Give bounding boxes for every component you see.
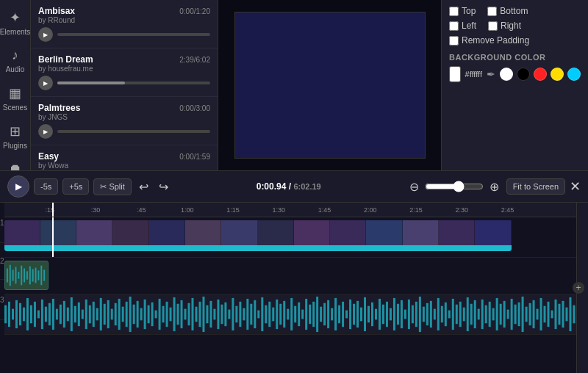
audio-track-1-progress[interactable] [57, 33, 210, 36]
crop-bottom-checkbox[interactable] [487, 7, 497, 16]
svg-rect-119 [390, 308, 392, 321]
add-track-button[interactable]: + [573, 282, 584, 294]
sidebar-item-elements[interactable]: ✦ Elements [0, 4, 30, 42]
audio-track-3[interactable]: Palmtrees 0:00/3:00 by JNGS ▶ [31, 97, 218, 145]
svg-rect-64 [187, 303, 190, 325]
preview-area [218, 0, 441, 170]
close-timeline-button[interactable]: ✕ [570, 178, 581, 195]
svg-rect-160 [539, 298, 542, 330]
audio-track-3-title: Palmtrees [38, 103, 80, 113]
audio-track-3-play[interactable]: ▶ [38, 124, 53, 139]
color-swatch[interactable] [449, 66, 461, 82]
preview-canvas [234, 12, 426, 159]
sidebar-item-audio[interactable]: ♪ Audio [0, 42, 30, 79]
svg-rect-58 [165, 302, 168, 327]
audio-track-4-title: Easy [38, 151, 59, 162]
svg-rect-52 [143, 300, 146, 329]
svg-rect-146 [488, 302, 490, 327]
color-hex-value: #ffffff [465, 70, 482, 79]
svg-rect-155 [521, 297, 523, 332]
zoom-out-icon[interactable]: ⊖ [406, 178, 422, 195]
color-preset-white[interactable] [500, 68, 513, 81]
svg-rect-34 [77, 303, 79, 326]
audio-track-1-play[interactable]: ▶ [38, 27, 53, 42]
remove-padding-label[interactable]: Remove Padding [449, 35, 529, 46]
audio-track-2-play[interactable]: ▶ [38, 76, 53, 90]
waveform-track-row[interactable] [4, 294, 576, 335]
crop-top-bottom-group: Top Bottom [449, 6, 581, 16]
svg-rect-108 [349, 300, 351, 329]
crop-top-checkbox[interactable] [449, 7, 459, 16]
svg-rect-138 [459, 302, 461, 327]
svg-rect-30 [62, 301, 65, 327]
svg-rect-151 [506, 310, 509, 319]
svg-rect-65 [191, 298, 193, 330]
svg-rect-148 [495, 298, 498, 330]
timeline-content: :15 :30 :45 1:00 1:15 1:30 1:45 2:00 2:1… [4, 203, 576, 373]
remove-padding-checkbox[interactable] [449, 36, 459, 46]
svg-rect-17 [15, 300, 18, 328]
crop-top-label[interactable]: Top [449, 6, 476, 16]
eyedropper-icon[interactable]: ✒ [487, 68, 495, 80]
zoom-in-icon[interactable]: ⊕ [487, 178, 502, 195]
svg-rect-161 [543, 306, 545, 323]
svg-rect-163 [551, 311, 553, 319]
audio-panel: Ambisax 0:00/1:20 by RRound ▶ Berlin Dre… [31, 0, 218, 170]
audio-track-1[interactable]: Ambisax 0:00/1:20 by RRound ▶ [31, 0, 218, 48]
svg-rect-3 [15, 267, 16, 284]
ruler-mark-7: 1:45 [318, 206, 331, 214]
audio-track-1-title: Ambisax [38, 6, 75, 16]
timeline-play-button[interactable]: ▶ [7, 175, 29, 198]
svg-rect-35 [81, 310, 83, 319]
audio-track-3-progress[interactable] [57, 130, 210, 133]
color-preset-black[interactable] [517, 68, 530, 81]
svg-rect-48 [129, 297, 131, 332]
svg-rect-47 [125, 302, 127, 327]
redo-button[interactable]: ↪ [156, 178, 171, 195]
color-preset-red[interactable] [534, 68, 547, 81]
svg-rect-85 [265, 305, 267, 324]
svg-rect-165 [558, 304, 560, 325]
audio-track-2-progress[interactable] [57, 82, 210, 84]
split-button[interactable]: ✂ Split [93, 178, 131, 195]
fit-to-screen-button[interactable]: Fit to Screen [506, 178, 565, 195]
ruler-marks: :15 :30 :45 1:00 1:15 1:30 1:45 2:00 2:1… [4, 203, 576, 215]
color-preset-cyan[interactable] [567, 68, 581, 81]
crop-left-checkbox[interactable] [449, 21, 459, 31]
crop-right-checkbox[interactable] [488, 21, 498, 31]
svg-rect-55 [154, 311, 157, 319]
svg-rect-122 [400, 300, 402, 328]
svg-rect-153 [514, 305, 516, 325]
audio-track-1-time: 0:00/1:20 [179, 7, 210, 15]
svg-rect-16 [12, 309, 14, 320]
video-track[interactable] [4, 217, 576, 258]
crop-right-label[interactable]: Right [488, 21, 521, 31]
forward-5s-button[interactable]: +5s [62, 178, 89, 195]
svg-rect-105 [338, 305, 340, 324]
svg-rect-1 [9, 265, 10, 286]
sidebar-item-plugins[interactable]: ⊞ Plugins [0, 117, 30, 156]
svg-rect-124 [407, 300, 409, 329]
zoom-slider[interactable] [425, 181, 484, 192]
svg-rect-114 [371, 303, 373, 326]
svg-rect-4 [18, 272, 19, 279]
svg-rect-22 [33, 302, 35, 327]
svg-rect-42 [107, 300, 109, 328]
svg-rect-135 [448, 311, 450, 319]
svg-rect-134 [444, 303, 446, 326]
audio-clip-track[interactable] [4, 258, 576, 294]
rewind-5s-button[interactable]: -5s [34, 178, 58, 195]
color-preset-yellow[interactable] [551, 68, 564, 81]
elements-icon: ✦ [10, 10, 21, 26]
undo-button[interactable]: ↩ [136, 178, 151, 195]
sidebar-item-scenes[interactable]: ▦ Scenes [0, 79, 30, 117]
audio-track-4[interactable]: Easy 0:00/1:59 by Wowa ▶ [31, 145, 218, 170]
crop-left-label[interactable]: Left [449, 21, 476, 31]
audio-track-4-time: 0:00/1:59 [179, 153, 210, 161]
scenes-icon: ▦ [9, 85, 21, 101]
svg-rect-41 [103, 304, 105, 325]
svg-rect-100 [320, 307, 322, 322]
ruler-mark-8: 2:00 [364, 206, 377, 214]
crop-bottom-label[interactable]: Bottom [487, 6, 528, 16]
audio-track-2[interactable]: Berlin Dream 2:39/6:02 by housefrau.me ▶ [31, 48, 218, 97]
